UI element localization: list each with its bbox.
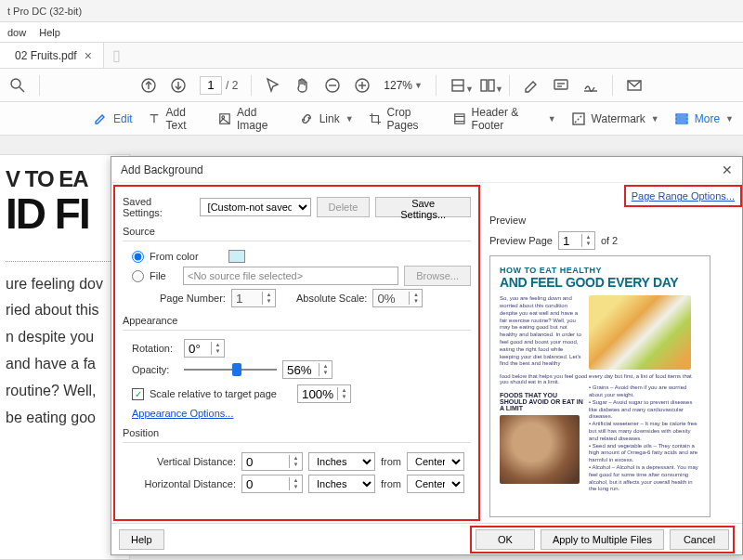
browse-button[interactable]: Browse...: [404, 266, 471, 286]
dialog-title: Add Background: [121, 163, 203, 176]
svg-point-0: [11, 79, 20, 88]
from-label: from: [381, 478, 401, 489]
document-tab[interactable]: 02 Fruits.pdf ×: [0, 43, 104, 68]
rotation-label: Rotation:: [132, 343, 178, 354]
ok-button[interactable]: OK: [476, 529, 535, 550]
saved-settings-label: Saved Settings:: [123, 196, 194, 218]
link-button[interactable]: Link▼: [299, 111, 354, 126]
search-icon[interactable]: [9, 77, 26, 94]
opacity-spinner[interactable]: ▲▼: [282, 360, 332, 379]
main-toolbar: / 2 127% ▼ ▼ ▼: [0, 69, 743, 102]
zoom-out-icon[interactable]: [324, 77, 341, 94]
horizontal-distance-label: Horizontal Distance:: [132, 478, 236, 489]
file-path-input[interactable]: <No source file selected>: [183, 267, 398, 285]
from-color-label: From color: [150, 251, 199, 262]
fit-width-icon[interactable]: ▼: [450, 77, 466, 94]
caret-icon: ▼: [414, 81, 423, 90]
vertical-unit-select[interactable]: Inches: [308, 452, 375, 471]
preview-text-2: • Grains – Avoid them if you are worried…: [589, 384, 700, 493]
appearance-options-link[interactable]: Appearance Options...: [132, 408, 233, 419]
close-icon[interactable]: ✕: [722, 163, 733, 177]
doc-heading-2: V TO EA: [6, 168, 124, 190]
saved-settings-select[interactable]: [Custom-not saved]: [200, 198, 311, 216]
highlight-icon[interactable]: [523, 77, 540, 94]
zoom-value: 127%: [384, 79, 412, 92]
crop-button[interactable]: Crop Pages: [369, 106, 438, 132]
preview-heading-2: AND FEEL GOOD EVERY DAY: [500, 275, 700, 290]
svg-rect-11: [481, 80, 487, 91]
preview-label: Preview: [489, 215, 735, 226]
add-text-button[interactable]: Add Text: [148, 106, 203, 132]
add-image-button[interactable]: Add Image: [218, 106, 284, 132]
source-label: Source: [123, 226, 471, 237]
preview-page-label: Preview Page: [489, 235, 553, 246]
page-number-spinner[interactable]: ▲▼: [231, 289, 276, 307]
preview-of-label: of 2: [601, 235, 618, 246]
rotation-spinner[interactable]: ▲▼: [184, 339, 225, 358]
title-bar: t Pro DC (32-bit): [0, 0, 743, 22]
header-footer-button[interactable]: Header & Footer▼: [453, 106, 556, 132]
add-background-dialog: Add Background ✕ Saved Settings: [Custom…: [111, 156, 743, 555]
from-label: from: [381, 456, 401, 467]
page-number-label: Page Number:: [160, 293, 226, 304]
doc-body-line: routine? Well,: [6, 378, 124, 405]
preview-text: So, you are feeling down and worried abo…: [500, 295, 583, 370]
color-swatch[interactable]: [228, 250, 245, 263]
doc-body-line: ried about this: [6, 297, 124, 324]
next-page-icon[interactable]: [170, 77, 187, 94]
vertical-from-select[interactable]: Center: [407, 452, 464, 471]
preview-page-spinner[interactable]: ▲▼: [558, 231, 595, 250]
comment-icon[interactable]: [553, 77, 569, 94]
menu-bar: dow Help: [0, 22, 743, 43]
edit-button[interactable]: Edit: [93, 111, 133, 126]
hand-tool-icon[interactable]: [294, 77, 311, 94]
edit-toolbar: Edit Add Text Add Image Link▼ Crop Pages…: [0, 102, 743, 136]
cancel-button[interactable]: Cancel: [670, 529, 729, 550]
page-indicator: / 2: [200, 76, 238, 95]
page-input[interactable]: [200, 76, 222, 95]
save-settings-button[interactable]: Save Settings...: [375, 197, 471, 217]
action-buttons-highlight: OK Apply to Multiple Files Cancel: [470, 526, 735, 553]
svg-rect-24: [676, 114, 687, 116]
dialog-footer: Help OK Apply to Multiple Files Cancel: [111, 523, 742, 554]
horizontal-distance-spinner[interactable]: ▲▼: [241, 475, 303, 493]
menu-window[interactable]: dow: [7, 27, 26, 38]
apply-multiple-button[interactable]: Apply to Multiple Files: [541, 529, 664, 550]
watermark-button[interactable]: Watermark▼: [571, 111, 659, 126]
from-color-radio[interactable]: [132, 251, 144, 263]
page-range-options-link[interactable]: Page Range Options...: [632, 190, 735, 202]
appearance-label: Appearance: [123, 315, 471, 326]
zoom-dropdown[interactable]: 127% ▼: [384, 79, 423, 92]
page-display-icon[interactable]: ▼: [479, 77, 496, 94]
more-button[interactable]: More▼: [674, 111, 734, 126]
close-icon[interactable]: ×: [85, 48, 92, 63]
horizontal-unit-select[interactable]: Inches: [308, 475, 375, 493]
select-tool-icon[interactable]: [265, 77, 281, 94]
svg-rect-25: [676, 118, 687, 120]
add-tab-button[interactable]: ▯: [104, 43, 130, 68]
dialog-title-bar: Add Background ✕: [111, 157, 742, 183]
opacity-slider[interactable]: [184, 363, 277, 376]
vertical-distance-label: Vertical Distance:: [132, 456, 236, 467]
absolute-scale-label: Absolute Scale:: [296, 293, 367, 304]
sign-icon[interactable]: [582, 77, 599, 94]
preview-panel: Page Range Options... Preview Preview Pa…: [482, 183, 742, 523]
app-title: t Pro DC (32-bit): [7, 6, 82, 17]
doc-body-line: ure feeling dov: [6, 271, 124, 298]
svg-point-19: [222, 115, 225, 118]
menu-help[interactable]: Help: [39, 27, 60, 38]
prev-page-icon[interactable]: [140, 77, 157, 94]
help-button[interactable]: Help: [119, 529, 164, 550]
delete-button[interactable]: Delete: [317, 197, 371, 217]
file-radio[interactable]: [132, 270, 144, 282]
absolute-scale-spinner[interactable]: ▲▼: [372, 289, 423, 307]
scale-spinner[interactable]: ▲▼: [297, 384, 351, 403]
settings-panel: Saved Settings: [Custom-not saved] Delet…: [113, 185, 480, 521]
vertical-distance-spinner[interactable]: ▲▼: [241, 452, 303, 471]
horizontal-from-select[interactable]: Center: [407, 475, 464, 493]
scale-checkbox[interactable]: ✓: [132, 388, 144, 400]
tab-label: 02 Fruits.pdf: [15, 49, 77, 62]
mail-icon[interactable]: [626, 77, 643, 94]
svg-rect-12: [489, 80, 494, 91]
zoom-in-icon[interactable]: [354, 77, 371, 94]
